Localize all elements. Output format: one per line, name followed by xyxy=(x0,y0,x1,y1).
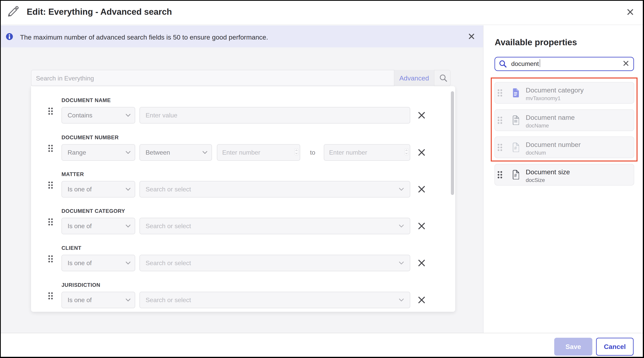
svg-text:#: # xyxy=(514,173,517,178)
